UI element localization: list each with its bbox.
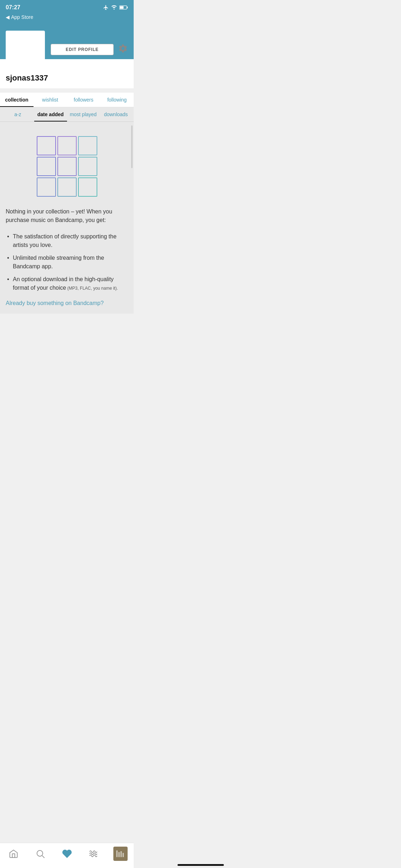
battery-icon: [119, 5, 128, 10]
back-label: App Store: [11, 14, 33, 20]
empty-state-main-text: Nothing in your collection – yet! When y…: [6, 204, 128, 230]
benefit-item-3-suffix: (MP3, FLAC, you name it).: [66, 286, 118, 291]
grid-cell: [78, 157, 97, 176]
tab-date-added[interactable]: date added: [34, 107, 67, 122]
tab-most-played[interactable]: most played: [67, 107, 100, 122]
profile-header: EDIT PROFILE: [0, 24, 134, 59]
tab-following[interactable]: following: [100, 93, 134, 107]
svg-rect-2: [120, 6, 123, 9]
svg-rect-1: [127, 7, 128, 9]
status-icons: [103, 5, 128, 10]
avatar: [6, 31, 45, 70]
grid-cell: [78, 177, 97, 197]
empty-grid-icon: [37, 136, 97, 197]
tab-followers[interactable]: followers: [67, 93, 101, 107]
grid-cell: [57, 177, 77, 197]
airplane-icon: [103, 5, 109, 10]
wifi-icon: [111, 5, 117, 10]
benefit-list: The satisfaction of directly supporting …: [6, 230, 128, 294]
secondary-tabs: a-z date added most played downloads: [0, 107, 134, 122]
grid-row: [37, 177, 97, 197]
settings-icon[interactable]: [118, 43, 128, 56]
benefit-item-1: The satisfaction of directly supporting …: [6, 230, 128, 252]
profile-actions: EDIT PROFILE: [51, 43, 128, 59]
already-bought-link[interactable]: Already buy something on Bandcamp?: [6, 300, 128, 306]
status-time: 07:27: [6, 4, 20, 11]
grid-cell: [57, 136, 77, 155]
grid-cell: [57, 157, 77, 176]
content-area: Nothing in your collection – yet! When y…: [0, 122, 134, 314]
tab-downloads[interactable]: downloads: [99, 107, 132, 122]
status-bar: 07:27: [0, 0, 134, 13]
primary-tabs: collection wishlist followers following: [0, 93, 134, 107]
tab-az[interactable]: a-z: [1, 107, 34, 122]
grid-cell: [37, 136, 56, 155]
benefit-item-3: An optional download in the high-quality…: [6, 273, 128, 294]
scrollbar[interactable]: [131, 125, 133, 168]
grid-row: [37, 157, 97, 176]
grid-row: [37, 136, 97, 155]
tab-wishlist[interactable]: wishlist: [34, 93, 67, 107]
grid-cell: [37, 157, 56, 176]
grid-cell: [37, 177, 56, 197]
back-arrow: ◀: [6, 14, 10, 20]
tab-collection[interactable]: collection: [0, 93, 34, 107]
benefit-item-2: Unlimited mobile streaming from the Band…: [6, 252, 128, 273]
grid-cell: [78, 136, 97, 155]
username: sjonas1337: [6, 73, 48, 82]
edit-profile-button[interactable]: EDIT PROFILE: [51, 44, 114, 55]
nav-back[interactable]: ◀ App Store: [0, 13, 134, 24]
